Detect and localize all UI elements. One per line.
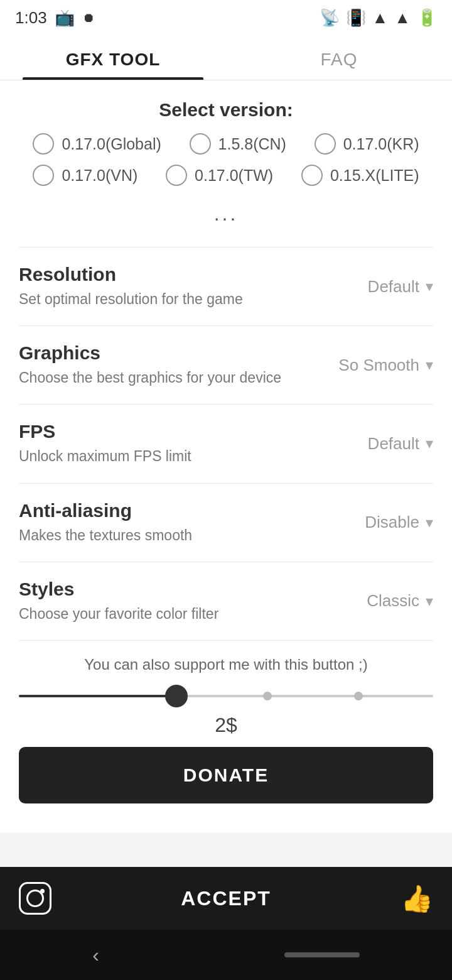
- more-versions-dots[interactable]: ...: [19, 196, 433, 238]
- anti-aliasing-arrow-icon: ▾: [426, 514, 433, 531]
- setting-label-resolution: Resolution: [19, 264, 308, 285]
- graphics-arrow-icon: ▾: [426, 356, 433, 374]
- home-indicator[interactable]: [284, 952, 360, 957]
- slider-track: [19, 695, 433, 697]
- setting-label-anti-aliasing: Anti-aliasing: [19, 500, 308, 521]
- setting-row-fps: FPS Unlock maximum FPS limit Default ▾: [19, 407, 433, 480]
- setting-row-anti-aliasing: Anti-aliasing Makes the textures smooth …: [19, 486, 433, 559]
- main-content: Select version: 0.17.0(Global) 1.5.8(CN)…: [0, 80, 452, 832]
- version-option-lite[interactable]: 0.15.X(LITE): [301, 165, 419, 186]
- vibrate-icon: 📳: [346, 8, 366, 28]
- divider-0: [19, 247, 433, 248]
- status-bar: 1:03 📺 ⏺ 📡 📳 ▲ ▲ 🔋: [0, 0, 452, 35]
- setting-info-styles: Styles Choose your favorite color filter: [19, 579, 308, 624]
- thumbs-up-icon[interactable]: 👍: [401, 883, 433, 914]
- version-title: Select version:: [19, 99, 433, 121]
- radio-global[interactable]: [33, 133, 54, 155]
- graphics-value: So Smooth: [338, 356, 419, 375]
- divider-5: [19, 640, 433, 641]
- setting-desc-fps: Unlock maximum FPS limit: [19, 446, 308, 466]
- divider-2: [19, 404, 433, 405]
- version-label-global: 0.17.0(Global): [62, 135, 161, 153]
- styles-arrow-icon: ▾: [426, 592, 433, 610]
- version-label-kr: 0.17.0(KR): [343, 135, 419, 153]
- instagram-dot: [40, 889, 45, 893]
- fps-arrow-icon: ▾: [426, 435, 433, 452]
- version-row-1: 0.17.0(Global) 1.5.8(CN) 0.17.0(KR): [19, 133, 433, 155]
- setting-info-graphics: Graphics Choose the best graphics for yo…: [19, 342, 308, 388]
- cast-icon: 📡: [320, 8, 340, 28]
- version-section: Select version: 0.17.0(Global) 1.5.8(CN)…: [19, 80, 433, 244]
- setting-row-resolution: Resolution Set optimal resolution for th…: [19, 250, 433, 323]
- wifi-icon: ▲: [372, 8, 389, 28]
- setting-desc-resolution: Set optimal resolution for the game: [19, 289, 308, 309]
- resolution-arrow-icon: ▾: [426, 278, 433, 295]
- styles-value: Classic: [367, 591, 419, 611]
- support-section: You can also support me with this button…: [19, 643, 433, 820]
- divider-3: [19, 483, 433, 484]
- version-option-tw[interactable]: 0.17.0(TW): [166, 165, 273, 186]
- version-row-2: 0.17.0(VN) 0.17.0(TW) 0.15.X(LITE): [19, 165, 433, 186]
- radio-cn[interactable]: [190, 133, 211, 155]
- signal-icon: ▲: [394, 8, 411, 28]
- radio-tw[interactable]: [166, 165, 187, 186]
- time-display: 1:03: [15, 8, 47, 28]
- anti-aliasing-value: Disable: [365, 513, 419, 532]
- version-label-tw: 0.17.0(TW): [195, 166, 273, 185]
- resolution-value: Default: [368, 277, 419, 297]
- setting-row-graphics: Graphics Choose the best graphics for yo…: [19, 329, 433, 401]
- version-label-lite: 0.15.X(LITE): [330, 166, 419, 185]
- setting-row-styles: Styles Choose your favorite color filter…: [19, 565, 433, 638]
- setting-label-fps: FPS: [19, 421, 308, 442]
- setting-info-anti-aliasing: Anti-aliasing Makes the textures smooth: [19, 500, 308, 545]
- setting-desc-anti-aliasing: Makes the textures smooth: [19, 525, 308, 545]
- graphics-dropdown[interactable]: So Smooth ▾: [308, 356, 433, 375]
- version-option-kr[interactable]: 0.17.0(KR): [315, 133, 419, 155]
- anti-aliasing-dropdown[interactable]: Disable ▾: [308, 513, 433, 532]
- instagram-icon[interactable]: [19, 882, 51, 915]
- record-icon: ⏺: [82, 11, 95, 25]
- slider-dot-mid: [263, 692, 272, 700]
- fps-value: Default: [368, 434, 419, 454]
- radio-lite[interactable]: [301, 165, 323, 186]
- version-option-cn[interactable]: 1.5.8(CN): [190, 133, 286, 155]
- back-button[interactable]: ‹: [92, 944, 99, 967]
- tab-gfx-tool[interactable]: GFX TOOL: [0, 50, 226, 80]
- setting-info-fps: FPS Unlock maximum FPS limit: [19, 421, 308, 466]
- version-option-vn[interactable]: 0.17.0(VN): [33, 165, 137, 186]
- setting-info-resolution: Resolution Set optimal resolution for th…: [19, 264, 308, 309]
- tab-bar: GFX TOOL FAQ: [0, 35, 452, 80]
- version-label-vn: 0.17.0(VN): [62, 166, 137, 185]
- slider-thumb[interactable]: [165, 685, 188, 707]
- resolution-dropdown[interactable]: Default ▾: [308, 277, 433, 297]
- version-label-cn: 1.5.8(CN): [218, 135, 286, 153]
- radio-kr[interactable]: [315, 133, 336, 155]
- divider-4: [19, 562, 433, 562]
- tab-faq[interactable]: FAQ: [226, 50, 452, 80]
- slider-fill: [19, 695, 176, 697]
- fps-dropdown[interactable]: Default ▾: [308, 434, 433, 454]
- tv-icon: 📺: [55, 8, 75, 28]
- slider-dot-end: [354, 692, 363, 700]
- support-text: You can also support me with this button…: [19, 656, 433, 673]
- divider-1: [19, 325, 433, 326]
- setting-desc-graphics: Choose the best graphics for your device: [19, 368, 308, 388]
- styles-dropdown[interactable]: Classic ▾: [308, 591, 433, 611]
- version-option-global[interactable]: 0.17.0(Global): [33, 133, 161, 155]
- slider-value-display: 2$: [19, 714, 433, 737]
- setting-desc-styles: Choose your favorite color filter: [19, 604, 308, 624]
- battery-icon: 🔋: [417, 8, 437, 28]
- setting-label-graphics: Graphics: [19, 342, 308, 364]
- accept-button[interactable]: ACCEPT: [131, 873, 321, 924]
- bottom-bar: ACCEPT 👍: [0, 867, 452, 930]
- donation-slider-container: [19, 689, 433, 704]
- radio-vn[interactable]: [33, 165, 54, 186]
- donate-button[interactable]: DONATE: [19, 747, 433, 803]
- nav-bar: ‹: [0, 930, 452, 980]
- setting-label-styles: Styles: [19, 579, 308, 600]
